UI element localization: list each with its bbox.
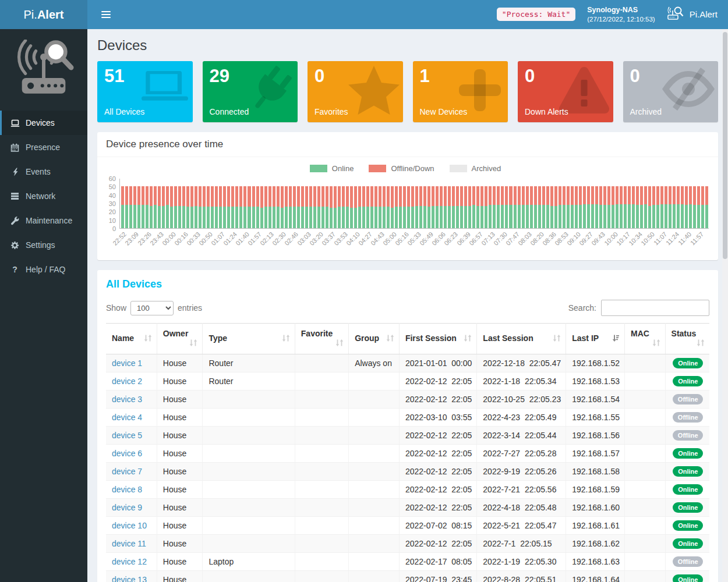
cell-last_ip: 192.168.1.64 [566, 571, 625, 582]
sidebar-item-events[interactable]: Events [0, 159, 87, 184]
chart-bar [387, 179, 390, 228]
sidebar-item-network[interactable]: Network [0, 184, 87, 208]
cell-status: Offline [665, 427, 709, 445]
cell-mac [624, 372, 665, 391]
column-header-last-session[interactable]: Last Session [477, 324, 566, 354]
legend-item-archived[interactable]: Archived [450, 164, 501, 173]
column-header-type[interactable]: Type [203, 324, 295, 354]
cell-mac [624, 499, 665, 517]
cell-last_session: 2022-1-18 22:05.34 [477, 372, 566, 391]
cell-last_session: 2022-5-21 22:05.47 [477, 517, 566, 535]
device-link[interactable]: device 5 [112, 431, 142, 440]
chart-bar [321, 179, 324, 228]
scrollbar-thumb[interactable] [723, 32, 727, 259]
chart-bar [505, 179, 508, 228]
column-header-first-session[interactable]: First Session [399, 324, 476, 354]
chart-bar [411, 179, 414, 228]
status-badge: Online [673, 538, 703, 549]
app-logo[interactable]: Pi.Alert [0, 0, 87, 29]
chart-bar [383, 179, 386, 228]
chart-bar [579, 179, 582, 228]
question-icon: ? [10, 265, 20, 274]
device-link[interactable]: device 2 [112, 377, 142, 386]
cell-last_ip: 192.168.1.63 [566, 553, 625, 571]
cell-name: device 5 [106, 427, 157, 445]
cell-group [349, 427, 400, 445]
chart-bar [456, 179, 459, 228]
chart-bar [207, 179, 210, 228]
device-link[interactable]: device 4 [112, 413, 142, 422]
cell-status: Online [665, 517, 709, 535]
device-link[interactable]: device 10 [112, 521, 147, 530]
card-new-devices[interactable]: 1 New Devices [413, 61, 508, 122]
chart-bar [534, 179, 537, 228]
chart-bar [472, 179, 475, 228]
device-link[interactable]: device 8 [112, 485, 142, 494]
page-length-select[interactable]: 100 [130, 301, 174, 315]
chart-bar [264, 179, 267, 228]
column-header-mac[interactable]: MAC [624, 324, 665, 354]
chart-bar [705, 179, 708, 228]
card-connected[interactable]: 29 Connected [203, 61, 298, 122]
sort-icon [652, 339, 660, 349]
cell-type [203, 499, 295, 517]
sidebar-item-maintenance[interactable]: Maintenance [0, 208, 87, 233]
table-header-row: NameOwnerTypeFavoriteGroupFirst SessionL… [106, 324, 709, 354]
sidebar-item-help[interactable]: ? Help / FAQ [0, 257, 87, 282]
device-link[interactable]: device 11 [112, 539, 146, 548]
device-link[interactable]: device 6 [112, 449, 142, 458]
chart-bar [350, 179, 353, 228]
card-down-alerts[interactable]: 0 Down Alerts [518, 61, 613, 122]
cell-owner: House [157, 409, 203, 427]
chart-bar [219, 179, 222, 228]
vertical-scrollbar[interactable] [722, 29, 728, 582]
column-header-name[interactable]: Name [106, 324, 157, 354]
device-link[interactable]: device 3 [112, 395, 142, 404]
legend-swatch [369, 165, 386, 172]
cell-favorite [295, 409, 348, 427]
card-value: 0 [525, 66, 606, 87]
cell-type [203, 445, 295, 463]
card-archived[interactable]: 0 Archived [623, 61, 719, 122]
search-input[interactable] [601, 300, 709, 316]
column-header-last-ip[interactable]: Last IP [566, 324, 625, 354]
cell-favorite [295, 354, 348, 372]
cell-last_ip: 192.168.1.60 [566, 499, 625, 517]
chart-bar [235, 179, 238, 228]
card-value: 0 [630, 66, 712, 87]
column-header-favorite[interactable]: Favorite [295, 324, 348, 354]
header-brand-link[interactable]: Pi.Alert [667, 6, 718, 23]
sidebar-item-presence[interactable]: Presence [0, 135, 87, 159]
device-link[interactable]: device 9 [112, 503, 142, 512]
cell-owner: House [157, 553, 203, 571]
device-link[interactable]: device 1 [112, 359, 142, 368]
column-header-owner[interactable]: Owner [157, 324, 203, 354]
cell-type [203, 427, 295, 445]
device-link[interactable]: device 13 [112, 575, 147, 582]
sidebar-item-devices[interactable]: Devices [0, 111, 87, 135]
chart-bar [452, 179, 455, 228]
device-link[interactable]: device 12 [112, 557, 147, 566]
legend-item-offline[interactable]: Offline/Down [369, 164, 434, 173]
column-header-group[interactable]: Group [349, 324, 400, 354]
cell-type [203, 535, 295, 553]
chart-bar [326, 179, 328, 228]
chart-bar [480, 179, 483, 228]
cell-name: device 9 [106, 499, 157, 517]
sort-active-icon [612, 334, 620, 344]
card-value: 29 [210, 66, 291, 87]
table-row: device 11House2022-02-12 22:052022-7-1 2… [106, 535, 709, 553]
chart-bar [166, 179, 169, 228]
chart-bar [162, 179, 165, 228]
sidebar-toggle-icon[interactable] [97, 6, 115, 23]
card-all-devices[interactable]: 51 All Devices [97, 61, 193, 122]
column-header-status[interactable]: Status [665, 324, 709, 354]
sidebar-item-settings[interactable]: Settings [0, 233, 87, 257]
cell-first_session: 2022-03-10 03:55 [399, 409, 476, 427]
chart-bar [203, 179, 206, 228]
cell-first_session: 2022-02-12 22:05 [399, 372, 476, 391]
chart-bar [665, 179, 667, 228]
card-favorites[interactable]: 0 Favorites [308, 61, 403, 122]
legend-item-online[interactable]: Online [310, 164, 354, 173]
device-link[interactable]: device 7 [112, 467, 142, 476]
